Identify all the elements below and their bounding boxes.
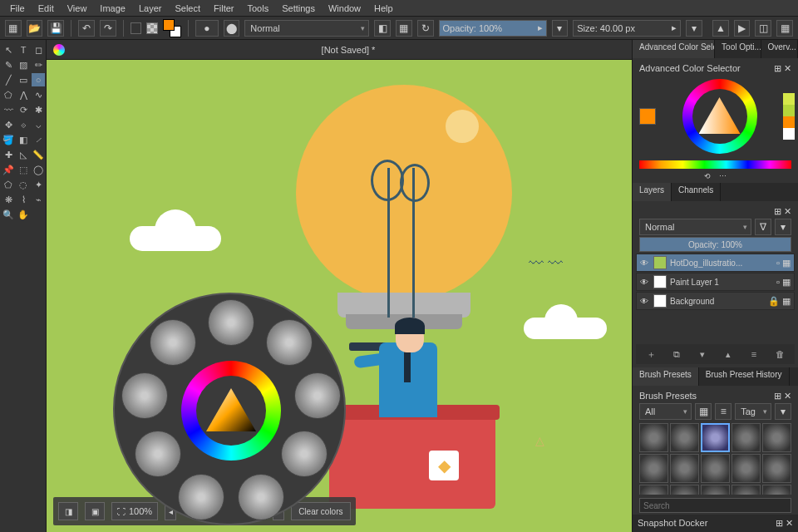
brush-preset[interactable] <box>732 423 761 452</box>
move-layer-down-button[interactable]: ▾ <box>696 347 709 361</box>
ellipse-tool[interactable]: ○ <box>32 73 45 86</box>
color-picker-tool[interactable]: ⟋ <box>32 133 45 146</box>
panel-menu-icon[interactable]: ⊞ ✕ <box>774 391 791 401</box>
redo-button[interactable]: ↷ <box>100 20 116 37</box>
last-color-swatch[interactable] <box>639 108 656 125</box>
brush-tag-filter[interactable]: All <box>639 403 692 420</box>
layer-name-label[interactable]: Background <box>670 297 765 306</box>
bezier-tool[interactable]: ∿ <box>32 88 45 101</box>
rectangle-tool[interactable]: ▭ <box>17 73 30 86</box>
eraser-toggle[interactable]: ◧ <box>374 20 391 37</box>
polyline-tool[interactable]: ⋀ <box>17 88 30 101</box>
assistant-tool[interactable]: ◺ <box>17 148 30 161</box>
lock-icon[interactable]: 🔒 ▦ <box>768 296 791 307</box>
opacity-slider[interactable]: Opacity: 100%▸ <box>439 20 547 37</box>
brush-preset[interactable] <box>762 485 791 495</box>
multibrush-tool[interactable]: ✱ <box>32 103 45 116</box>
menu-select[interactable]: Select <box>168 2 207 15</box>
brush-preset[interactable] <box>639 485 668 495</box>
tab-brush-presets[interactable]: Brush Presets <box>633 367 699 386</box>
move-layer-up-button[interactable]: ▴ <box>722 347 735 361</box>
popup-color-wheel[interactable] <box>181 361 281 461</box>
layer-alpha-icon[interactable]: ▫ ▦ <box>776 277 791 288</box>
canvas[interactable]: 〰 〰 ◆ △ <box>47 60 632 532</box>
calligraphy-tool[interactable]: ✎ <box>2 58 15 71</box>
zoom-tool[interactable]: 🔍 <box>2 208 15 221</box>
fill-tool[interactable]: 🪣 <box>2 133 15 146</box>
delete-layer-button[interactable]: 🗑 <box>773 347 786 361</box>
popup-brush-slot[interactable] <box>178 474 224 520</box>
brush-preview[interactable]: ● <box>195 20 219 37</box>
color-swatches[interactable] <box>163 19 181 37</box>
pattern-edit-tool[interactable]: ▨ <box>17 58 30 71</box>
menu-file[interactable]: File <box>3 2 32 15</box>
polygon-tool[interactable]: ⬠ <box>2 88 15 101</box>
pattern-swatch[interactable] <box>146 22 158 34</box>
brush-preset[interactable] <box>732 485 761 495</box>
gradient-swatch[interactable] <box>131 22 142 34</box>
measure-tool[interactable]: 📏 <box>32 148 45 161</box>
panel-menu-icon[interactable]: ⊞ ✕ <box>776 518 793 529</box>
menu-view[interactable]: View <box>61 2 94 15</box>
transform-tool[interactable]: ↖ <box>2 43 15 57</box>
new-button[interactable]: ▦ <box>5 20 22 37</box>
tab-tool-options[interactable]: Tool Opti... <box>715 40 761 58</box>
brush-preset[interactable] <box>701 423 730 452</box>
ellipse-select-tool[interactable]: ◯ <box>32 163 45 176</box>
text-tool[interactable]: T <box>17 43 30 57</box>
duplicate-layer-button[interactable]: ⧉ <box>670 347 683 361</box>
color-wheel[interactable] <box>682 79 757 154</box>
visibility-icon[interactable]: 👁 <box>640 259 650 268</box>
transform-tool-2[interactable]: ⟐ <box>17 118 30 131</box>
menu-layer[interactable]: Layer <box>132 2 169 15</box>
layer-row[interactable]: 👁 HotDog_illustratio... ▫ ▦ <box>636 254 795 272</box>
brush-size-slider[interactable]: Size: 40.00 px▸ <box>573 20 681 37</box>
dynamic-brush-tool[interactable]: ⟳ <box>17 103 30 116</box>
popup-brush-slot[interactable] <box>135 431 181 477</box>
undo-button[interactable]: ↶ <box>78 20 95 37</box>
crop-tool[interactable]: ⌵ <box>32 118 45 131</box>
magnetic-select-tool[interactable]: ⌁ <box>32 193 45 206</box>
freehand-tool[interactable]: 〰 <box>2 103 15 116</box>
brush-preset[interactable] <box>701 485 730 495</box>
foreground-color[interactable] <box>163 19 175 31</box>
menu-edit[interactable]: Edit <box>32 2 61 15</box>
layer-thumb-size-button[interactable]: ▾ <box>775 219 791 235</box>
brush-preset[interactable] <box>670 485 699 495</box>
brush-preset[interactable] <box>670 423 699 452</box>
brush-preset[interactable] <box>670 454 699 483</box>
layer-opacity-slider[interactable]: Opacity: 100% <box>639 237 791 252</box>
brush-preset[interactable] <box>639 454 668 483</box>
menu-help[interactable]: Help <box>367 2 400 15</box>
similar-select-tool[interactable]: ❋ <box>2 193 15 206</box>
rect-select-tool[interactable]: ⬚ <box>17 163 30 176</box>
brush-search-input[interactable]: Search <box>639 498 791 513</box>
pencil-tool[interactable]: ✏ <box>32 58 45 71</box>
open-button[interactable]: 📂 <box>27 20 43 37</box>
tab-channels[interactable]: Channels <box>672 183 721 201</box>
layer-name-label[interactable]: HotDog_illustratio... <box>670 259 773 268</box>
brush-tag-dropdown[interactable]: Tag <box>735 403 771 420</box>
workspace-button[interactable]: ▦ <box>776 20 793 37</box>
bezier-select-tool[interactable]: ⌇ <box>17 193 30 206</box>
contiguous-select-tool[interactable]: ✦ <box>32 178 45 191</box>
popup-brush-slot[interactable] <box>238 474 284 520</box>
mirror-view-button[interactable]: ◨ <box>58 502 78 520</box>
blend-mode-dropdown[interactable]: Normal <box>244 20 369 37</box>
menu-window[interactable]: Window <box>322 2 367 15</box>
brush-view-list[interactable]: ≡ <box>715 403 732 420</box>
menu-settings[interactable]: Settings <box>275 2 322 15</box>
visibility-icon[interactable]: 👁 <box>640 297 650 306</box>
mirror-horizontal-button[interactable]: ▲ <box>712 20 729 37</box>
save-button[interactable]: 💾 <box>47 20 64 37</box>
layer-row[interactable]: 👁 Background 🔒 ▦ <box>636 292 795 310</box>
layer-name-label[interactable]: Paint Layer 1 <box>670 278 773 287</box>
smart-patch-tool[interactable]: ✚ <box>2 148 15 161</box>
popup-brush-slot[interactable] <box>150 319 196 366</box>
snapshot-docker-title[interactable]: Snapshot Docker <box>638 518 707 529</box>
size-stepper[interactable]: ▾ <box>686 20 702 37</box>
brush-view-grid[interactable]: ▦ <box>695 403 712 420</box>
mirror-vertical-button[interactable]: ▶ <box>734 20 751 37</box>
tab-brush-history[interactable]: Brush Preset History <box>699 367 790 386</box>
canvas-only-button[interactable]: ▣ <box>85 502 105 520</box>
